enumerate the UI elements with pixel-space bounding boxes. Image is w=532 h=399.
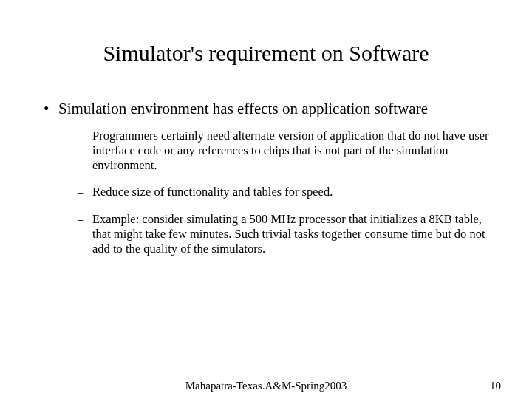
list-item: Reduce size of functionality and tables …	[78, 185, 491, 200]
bullet-text: Simulation environment has effects on ap…	[58, 100, 428, 117]
list-item: Programmers certainly need alternate ver…	[78, 129, 491, 173]
footer-source: Mahapatra-Texas.A&M-Spring2003	[0, 380, 532, 392]
bullet-text: Programmers certainly need alternate ver…	[92, 129, 489, 172]
slide: Simulator's requirement on Software Simu…	[0, 0, 532, 399]
bullet-list-level2: Programmers certainly need alternate ver…	[78, 129, 491, 256]
bullet-list-level1: Simulation environment has effects on ap…	[44, 100, 491, 256]
list-item: Example: consider simulating a 500 MHz p…	[78, 212, 491, 256]
slide-title: Simulator's requirement on Software	[41, 41, 491, 66]
list-item: Simulation environment has effects on ap…	[44, 100, 491, 256]
page-number: 10	[490, 380, 501, 392]
bullet-text: Example: consider simulating a 500 MHz p…	[92, 212, 485, 256]
bullet-text: Reduce size of functionality and tables …	[92, 185, 332, 199]
